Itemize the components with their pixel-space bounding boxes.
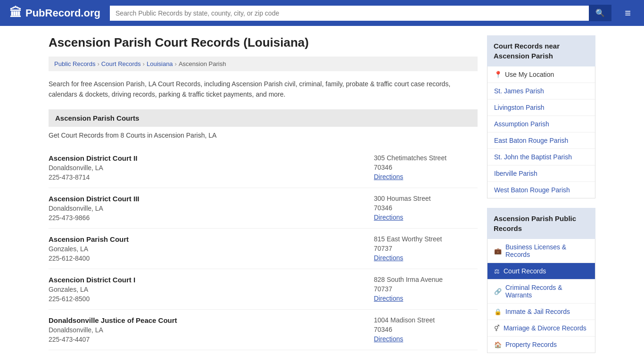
logo-icon: 🏛 (9, 6, 22, 20)
court-right: 300 Houmas Street 70346 Directions (374, 195, 478, 221)
sidebar-record-criminal[interactable]: 🔗 Criminal Records & Warrants (487, 280, 595, 304)
sidebar: Court Records near Ascension Parish 📍 Us… (487, 35, 595, 353)
breadcrumb-sep-2: › (143, 60, 145, 67)
court-phone: 225-473-4407 (49, 336, 374, 343)
court-name: Donaldsonville Justice of Peace Court (49, 316, 374, 324)
court-city: Gonzales, LA (49, 286, 374, 293)
sidebar-record-label: Court Records (504, 267, 546, 275)
breadcrumb-public-records[interactable]: Public Records (54, 60, 95, 67)
breadcrumb-current: Ascension Parish (179, 60, 226, 67)
court-city: Gonzales, LA (49, 245, 374, 253)
site-logo[interactable]: 🏛 PubRecord.org (9, 6, 100, 20)
sidebar-item-east-baton-rouge[interactable]: East Baton Rouge Parish (487, 132, 595, 149)
courts-list: Ascension District Court II Donaldsonvil… (49, 148, 478, 350)
court-address: 815 East Worthy Street (374, 235, 478, 243)
sidebar-item-st-james[interactable]: St. James Parish (487, 83, 595, 99)
sidebar-item-assumption[interactable]: Assumption Parish (487, 116, 595, 132)
sidebar-records-list: 💼 Business Licenses & Records ⚖ Court Re… (487, 239, 595, 353)
court-name: Ascension District Court III (49, 195, 374, 203)
criminal-icon: 🔗 (494, 288, 502, 295)
court-city: Donaldsonville, LA (49, 326, 374, 334)
search-button[interactable]: 🔍 (589, 5, 611, 21)
briefcase-icon: 💼 (494, 247, 502, 255)
location-icon: 📍 (494, 71, 502, 78)
court-name: Ascension Parish Court (49, 235, 374, 243)
court-phone: 225-473-9866 (49, 214, 374, 222)
court-address: 1004 Madison Street (374, 316, 478, 324)
court-name: Ascension District Court II (49, 154, 374, 162)
court-right: 828 South Irma Avenue 70737 Directions (374, 276, 478, 302)
site-header: 🏛 PubRecord.org 🔍 ≡ (0, 0, 644, 26)
directions-link[interactable]: Directions (374, 335, 403, 343)
sidebar-record-court[interactable]: ⚖ Court Records (487, 263, 595, 280)
sidebar-item-livingston[interactable]: Livingston Parish (487, 99, 595, 116)
court-address: 300 Houmas Street (374, 195, 478, 202)
directions-link[interactable]: Directions (374, 214, 403, 221)
court-zip: 70346 (374, 326, 478, 333)
court-address: 305 Chetimatches Street (374, 154, 478, 162)
court-name: Ascencion District Court I (49, 276, 374, 284)
sidebar-record-inmate[interactable]: 🔒 Inmate & Jail Records (487, 304, 595, 320)
sidebar-record-label: Inmate & Jail Records (505, 308, 570, 315)
property-icon: 🏠 (494, 341, 502, 348)
court-entry: Ascension District Court III Donaldsonvi… (49, 188, 478, 229)
breadcrumb: Public Records › Court Records › Louisia… (49, 57, 478, 71)
use-location-label: Use My Location (505, 71, 554, 78)
sidebar-record-label: Property Records (505, 341, 557, 348)
page-title: Ascension Parish Court Records (Louisian… (49, 35, 478, 50)
court-zip: 70737 (374, 245, 478, 252)
court-entry: Ascension District Court II Donaldsonvil… (49, 148, 478, 188)
breadcrumb-court-records[interactable]: Court Records (101, 60, 141, 67)
page-description: Search for free Ascension Parish, LA Cou… (49, 79, 478, 100)
court-zip: 70346 (374, 164, 478, 171)
sidebar-item-st-john[interactable]: St. John the Baptist Parish (487, 149, 595, 165)
court-left: Ascension District Court II Donaldsonvil… (49, 154, 374, 181)
directions-link[interactable]: Directions (374, 173, 403, 181)
search-area: 🔍 (110, 5, 611, 21)
sidebar-record-label: Marriage & Divorce Records (504, 324, 586, 332)
directions-link[interactable]: Directions (374, 295, 403, 302)
sidebar-record-property[interactable]: 🏠 Property Records (487, 337, 595, 353)
court-entry: Ascension Parish Court Gonzales, LA 225-… (49, 229, 478, 269)
court-entry: Ascencion District Court I Gonzales, LA … (49, 269, 478, 310)
court-phone: 225-473-8714 (49, 173, 374, 181)
court-icon: ⚖ (494, 268, 500, 275)
main-content: Ascension Parish Court Records (Louisian… (49, 35, 478, 353)
courts-section-header: Ascension Parish Courts (49, 109, 478, 127)
courts-count: Get Court Records from 8 Courts in Ascen… (49, 132, 478, 139)
court-left: Ascension District Court III Donaldsonvi… (49, 195, 374, 222)
breadcrumb-sep-1: › (97, 60, 99, 67)
sidebar-use-location[interactable]: 📍 Use My Location (487, 66, 595, 83)
sidebar-record-business[interactable]: 💼 Business Licenses & Records (487, 239, 595, 263)
lock-icon: 🔒 (494, 308, 502, 315)
court-entry: Donaldsonville Justice of Peace Court Do… (49, 310, 478, 350)
breadcrumb-sep-3: › (175, 60, 177, 67)
court-right: 815 East Worthy Street 70737 Directions (374, 235, 478, 262)
menu-button[interactable]: ≡ (621, 5, 635, 21)
court-zip: 70737 (374, 285, 478, 293)
court-right: 305 Chetimatches Street 70346 Directions (374, 154, 478, 181)
court-phone: 225-612-8400 (49, 255, 374, 262)
court-left: Ascension Parish Court Gonzales, LA 225-… (49, 235, 374, 262)
sidebar-item-west-baton-rouge[interactable]: West Baton Rouge Parish (487, 182, 595, 198)
breadcrumb-louisiana[interactable]: Louisiana (147, 60, 173, 67)
directions-link[interactable]: Directions (374, 254, 403, 262)
court-city: Donaldsonville, LA (49, 205, 374, 212)
court-right: 1004 Madison Street 70346 Directions (374, 316, 478, 343)
court-left: Donaldsonville Justice of Peace Court Do… (49, 316, 374, 343)
sidebar-records-header: Ascension Parish Public Records (487, 208, 595, 239)
court-left: Ascencion District Court I Gonzales, LA … (49, 276, 374, 303)
sidebar-record-marriage[interactable]: ⚥ Marriage & Divorce Records (487, 320, 595, 337)
court-city: Donaldsonville, LA (49, 164, 374, 172)
sidebar-record-label: Criminal Records & Warrants (505, 284, 588, 299)
sidebar-item-iberville[interactable]: Iberville Parish (487, 165, 595, 182)
court-phone: 225-612-8500 (49, 295, 374, 303)
sidebar-record-label: Business Licenses & Records (505, 243, 588, 258)
search-input[interactable] (110, 6, 589, 21)
court-zip: 70346 (374, 204, 478, 212)
sidebar-nearby-header: Court Records near Ascension Parish (487, 35, 595, 66)
logo-text: PubRecord.org (25, 7, 100, 19)
marriage-icon: ⚥ (494, 325, 500, 332)
court-address: 828 South Irma Avenue (374, 276, 478, 283)
sidebar-nearby-list: 📍 Use My Location St. James Parish Livin… (487, 66, 595, 198)
